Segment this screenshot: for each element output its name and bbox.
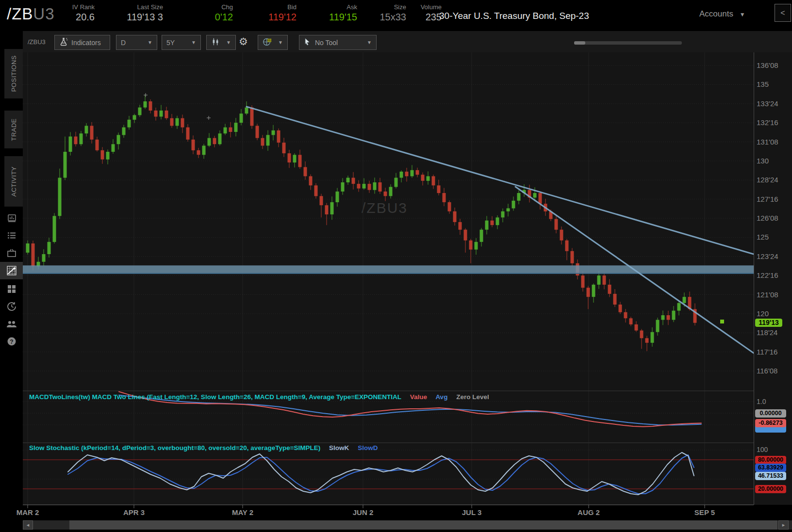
time-tick-label: MAR 2 [16,508,39,516]
price-tick-label: 131'08 [757,138,791,146]
chevron-down-icon: ▼ [367,40,372,45]
macd-zero-legend: Zero Level [456,393,489,401]
quote-header: /ZBU3 IV Rank 20.6 Last Size 119'13 3 Ch… [0,0,792,31]
chevron-down-icon: ▼ [740,11,745,18]
help-icon[interactable]: ? [0,333,23,350]
toolbar-symbol-label: /ZBU3 [28,38,46,46]
price-tick-label: 116'08 [757,367,791,375]
field-label-bid: Bid [253,3,297,11]
stochastic-study-label[interactable]: Slow Stochastic (kPeriod=14, dPeriod=3, … [29,444,378,451]
timeframe-dropdown[interactable]: D▼ [116,35,157,50]
macd-avg-legend: Avg [435,393,447,401]
chart-zoom-slider-thumb[interactable] [574,41,585,45]
slowd-legend: SlowD [358,444,378,451]
price-tick-label: 130 [757,157,791,165]
price-tick-label: 125 [757,233,791,241]
price-tick-label: 117'16 [757,348,791,356]
chart-zoom-slider[interactable] [574,41,682,45]
macd-value-badge: -0.86273 [755,419,786,427]
field-label-chg: Chg [192,3,233,11]
history-clock-icon[interactable] [0,298,23,315]
chevron-down-icon: ▼ [226,40,231,45]
chart-toolbar: /ZBU3 Indicators D▼ 5Y▼ ▼ ⚙ ▼ [23,31,792,52]
price-tick-label: 122'16 [757,271,791,279]
report-book-icon[interactable] [0,210,23,227]
list-icon[interactable] [0,227,23,244]
macd-zero-badge: 0.00000 [755,409,786,418]
macd-value-legend: Value [410,393,427,401]
chevron-down-icon: ▼ [191,40,196,45]
scroll-left-button[interactable]: ◂ [23,520,33,530]
collapse-panel-button[interactable]: < [775,4,791,22]
price-tick-label: 120 [757,309,791,318]
trading-app-window: /ZBU3 IV Rank 20.6 Last Size 119'13 3 Ch… [0,0,792,532]
time-tick-label: JUN 2 [353,508,374,516]
grid-layout-dropdown[interactable]: ▼ [258,35,288,50]
accounts-dropdown[interactable]: Accounts ▼ [699,9,745,19]
time-tick-label: JUL 3 [462,508,482,516]
chevron-down-icon: ▼ [278,40,283,45]
cursor-arrow-icon [304,38,312,47]
people-icon[interactable] [0,315,23,333]
chart-grid-icon[interactable] [0,262,23,279]
tv-icon[interactable] [0,244,23,262]
chart-settings-button[interactable]: ⚙ [239,36,248,48]
price-tick-label: 126'08 [757,214,791,222]
price-tick-label: 132'16 [757,118,791,127]
chart-canvas[interactable] [23,52,754,508]
field-label-volume: Volume [403,3,442,11]
field-label-iv-rank: IV Rank [46,3,95,11]
field-value-chg: 0'12 [192,12,233,23]
price-tick-label: 121'08 [757,290,791,299]
grid-squares-icon[interactable] [0,280,23,298]
price-tick-label: 128'24 [757,176,791,184]
field-value-bid: 119'12 [253,12,297,23]
sidebar-tab-activity[interactable]: ACTIVITY [4,156,23,207]
field-value-size: 15x33 [371,12,406,23]
last-price-badge: 119'13 [755,319,782,327]
price-tick-label: 127'16 [757,195,791,203]
scrollbar-thumb[interactable] [69,520,777,530]
chevron-left-icon: < [780,9,785,17]
horizontal-scrollbar[interactable]: ◂ ▸ [23,520,792,530]
macd-study-label[interactable]: MACDTwoLines(tw) MACD Two Lines (Fast Le… [29,393,489,401]
gear-icon: ⚙ [239,36,248,47]
field-label-size: Size [371,3,406,11]
time-tick-label: APR 3 [123,508,145,516]
field-value-ask: 119'15 [314,12,357,23]
field-value-volume: 235 [403,12,442,23]
arrow-right-icon: ▸ [782,522,785,528]
chevron-down-icon: ▼ [148,40,152,45]
price-axis-border [754,52,754,505]
field-label-ask: Ask [314,3,357,11]
svg-text:?: ? [10,339,13,345]
range-dropdown[interactable]: 5Y▼ [162,35,201,50]
sidebar-tab-trade[interactable]: TRADE [4,111,23,148]
sidebar-tab-positions[interactable]: POSITIONS [4,49,23,98]
time-tick-label: MAY 2 [232,508,253,516]
globe-grid-icon [263,37,272,48]
field-value-iv-rank: 20.6 [46,12,95,23]
price-tick-label: 133'24 [757,99,791,108]
price-tick-label: 123'24 [757,252,791,260]
stoch-overbought-badge: 80.00000 [755,456,786,464]
time-tick-label: AUG 2 [578,508,600,516]
left-sidebar: POSITIONS TRADE ACTIVITY ? [0,31,23,532]
indicators-button[interactable]: Indicators [54,35,110,50]
stoch-scale-top-label: 100 [757,446,768,453]
drawing-tool-dropdown[interactable]: No Tool▼ [299,35,377,50]
slowk-legend: SlowK [329,444,349,451]
time-tick-label: SEP 5 [694,508,715,516]
field-label-last-size: Last Size [102,3,163,11]
price-tick-label: 118'24 [757,328,791,337]
price-tick-label: 135 [757,80,791,88]
scroll-right-button[interactable]: ▸ [778,520,789,530]
price-tick-label: 136'08 [757,61,791,69]
instrument-description: 30-Year U.S. Treasury Bond, Sep-23 [439,11,589,21]
arrow-left-icon: ◂ [27,522,30,528]
stoch-slowk-badge: 46.71533 [755,472,786,480]
candlestick-chart-icon [211,37,220,48]
beaker-icon [59,37,68,48]
chart-type-dropdown[interactable]: ▼ [206,35,236,50]
stoch-slowd-badge: 63.83929 [755,464,786,472]
